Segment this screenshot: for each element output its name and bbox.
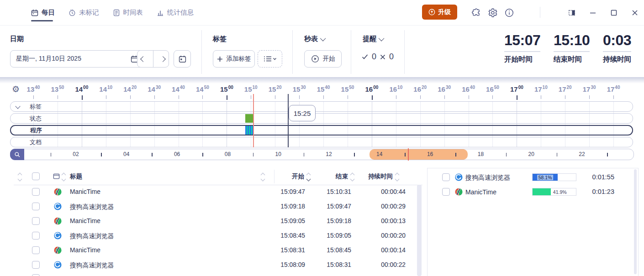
usage-bar: 41.9% bbox=[532, 188, 576, 196]
overview-tick bbox=[101, 153, 102, 156]
cell-duration: 00:00:14 bbox=[381, 247, 406, 254]
tab-untagged[interactable]: 未标记 bbox=[69, 8, 99, 17]
manictime-app-icon bbox=[54, 188, 62, 196]
table-row[interactable]: ManicTime15:09:0515:09:1800:00:13 bbox=[14, 214, 422, 229]
reminders-status[interactable]: 0 0 bbox=[362, 52, 394, 62]
row-checkbox[interactable] bbox=[32, 188, 40, 196]
table-row[interactable]: 搜狗高速浏览器15:08:4515:09:0500:00:20 bbox=[14, 229, 422, 243]
next-day-button[interactable] bbox=[157, 51, 169, 67]
overview-tick bbox=[202, 153, 203, 156]
day-overview-bar[interactable]: 0204060810121416182022 bbox=[10, 149, 634, 160]
row-checkbox[interactable] bbox=[32, 217, 40, 225]
layout-icon[interactable] bbox=[565, 6, 578, 19]
date-section-label: 日期 bbox=[10, 35, 24, 43]
sort-icon[interactable] bbox=[351, 173, 354, 181]
toolbar-divider bbox=[351, 30, 351, 74]
current-time-line bbox=[253, 94, 254, 147]
minimize-icon[interactable] bbox=[586, 6, 599, 19]
calendar-day-icon bbox=[31, 9, 38, 16]
table-header: 标题 开始 结束 持续时间 bbox=[14, 168, 422, 185]
sogou-browser-icon bbox=[54, 232, 62, 240]
summary-body: 搜狗高速浏览器58.1%0:01:55ManicTime41.9%0:01:23 bbox=[428, 170, 638, 199]
tab-label: 未标记 bbox=[79, 8, 99, 17]
today-button[interactable] bbox=[174, 50, 191, 68]
document-icon bbox=[113, 9, 120, 16]
upgrade-button[interactable]: 升级 bbox=[422, 5, 457, 20]
app-window-icon[interactable] bbox=[53, 173, 60, 182]
add-tag-button[interactable]: 添加标签 bbox=[213, 50, 255, 68]
row-checkbox-partial[interactable] bbox=[32, 274, 40, 276]
end-time-stat: 15:10 结束时间 bbox=[554, 32, 590, 64]
sort-icon[interactable] bbox=[396, 173, 399, 181]
tag-list-dropdown[interactable] bbox=[258, 50, 282, 68]
row-checkbox[interactable] bbox=[442, 188, 450, 196]
header-title[interactable]: 标题 bbox=[70, 172, 82, 181]
timeline-row-tags[interactable]: 标签 bbox=[10, 101, 633, 112]
maximize-icon[interactable] bbox=[607, 6, 620, 19]
info-icon[interactable] bbox=[504, 7, 515, 18]
table-body: ManicTime15:09:4715:10:3100:00:44搜狗高速浏览器… bbox=[14, 185, 422, 272]
ruler-label: 1650 bbox=[486, 85, 499, 94]
tab-timesheet[interactable]: 时间表 bbox=[113, 8, 143, 17]
row-checkbox[interactable] bbox=[32, 203, 40, 210]
prev-day-button[interactable] bbox=[137, 51, 149, 67]
timeline-row-applications[interactable]: 程序 bbox=[10, 125, 633, 135]
settings-gear-icon[interactable] bbox=[487, 7, 498, 18]
close-icon[interactable] bbox=[628, 6, 641, 19]
cell-title: 搜狗高速浏览器 bbox=[70, 203, 114, 211]
row-checkbox[interactable] bbox=[32, 246, 40, 254]
chevron-down-icon bbox=[379, 36, 385, 42]
overview-hour-label: 04 bbox=[123, 151, 129, 157]
stopwatch-section-label[interactable]: 秒表 bbox=[304, 35, 326, 43]
overview-tick bbox=[506, 153, 507, 156]
table-row[interactable]: 搜狗高速浏览器15:08:0915:08:3100:00:22 bbox=[14, 258, 422, 272]
end-time-value: 15:10 bbox=[554, 32, 590, 52]
ruler-tick bbox=[517, 95, 517, 100]
select-all-checkbox[interactable] bbox=[32, 172, 40, 180]
overview-selection[interactable] bbox=[370, 149, 468, 160]
stopwatch-start-button[interactable]: 开始 bbox=[304, 50, 342, 68]
sort-icon-active[interactable] bbox=[307, 173, 310, 181]
timeline-row-status[interactable]: 状态 bbox=[10, 113, 633, 124]
sort-icon[interactable] bbox=[261, 173, 264, 181]
table-row[interactable]: 搜狗高速浏览器15:09:1815:09:4700:00:29 bbox=[14, 199, 422, 214]
ruler-tick bbox=[420, 95, 421, 99]
tags-section-label: 标签 bbox=[213, 35, 227, 43]
sogou-browser-icon bbox=[455, 173, 463, 181]
cell-title: 搜狗高速浏览器 bbox=[70, 232, 114, 240]
cell-end: 15:09:05 bbox=[327, 232, 351, 239]
row-checkbox[interactable] bbox=[32, 261, 40, 269]
tab-daily[interactable]: 每日 bbox=[31, 8, 55, 17]
header-start[interactable]: 开始 bbox=[292, 172, 304, 181]
table-row[interactable]: ManicTime15:08:3115:08:4500:00:14 bbox=[14, 243, 422, 258]
summary-row[interactable]: 搜狗高速浏览器58.1%0:01:55 bbox=[428, 170, 638, 185]
cell-title: 搜狗高速浏览器 bbox=[70, 261, 114, 270]
table-row[interactable]: ManicTime15:09:4715:10:3100:00:44 bbox=[14, 185, 422, 199]
activity-table-panel: 标题 开始 结束 持续时间 ManicTime15:09:4715:10:310… bbox=[14, 168, 422, 276]
tab-statistics[interactable]: 统计信息 bbox=[157, 8, 194, 17]
timeline-row-documents[interactable]: 文档 bbox=[10, 137, 633, 147]
header-end[interactable]: 结束 bbox=[336, 172, 348, 181]
table-scrollbar[interactable] bbox=[417, 185, 422, 276]
sort-icon[interactable] bbox=[62, 173, 65, 181]
ruler-label: 1740 bbox=[607, 85, 620, 94]
cell-title: ManicTime bbox=[70, 247, 100, 254]
row-checkbox[interactable] bbox=[442, 173, 450, 181]
chevron-down-icon[interactable] bbox=[15, 104, 20, 109]
overview-hour-label: 02 bbox=[73, 151, 79, 157]
start-time-value: 15:07 bbox=[504, 32, 540, 52]
overview-zoom-button[interactable] bbox=[10, 149, 24, 160]
plugin-icon[interactable] bbox=[471, 7, 482, 18]
cell-start: 15:08:09 bbox=[280, 261, 305, 268]
row-checkbox[interactable] bbox=[32, 232, 40, 240]
sort-icon[interactable] bbox=[18, 173, 21, 181]
header-duration[interactable]: 持续时间 bbox=[368, 172, 393, 181]
reminders-section-label[interactable]: 提醒 bbox=[363, 35, 384, 43]
summary-row[interactable]: ManicTime41.9%0:01:23 bbox=[428, 185, 638, 199]
toolbar: 日期 星期一, 11月10日 2025 标签 添加标签 秒表 开始 提醒 bbox=[0, 26, 644, 77]
tab-label: 统计信息 bbox=[167, 8, 194, 17]
ruler-label: 1710 bbox=[534, 85, 548, 94]
date-input[interactable]: 星期一, 11月10日 2025 bbox=[10, 50, 144, 68]
summary-scrollbar[interactable] bbox=[634, 169, 637, 274]
nav-divider bbox=[540, 7, 540, 18]
